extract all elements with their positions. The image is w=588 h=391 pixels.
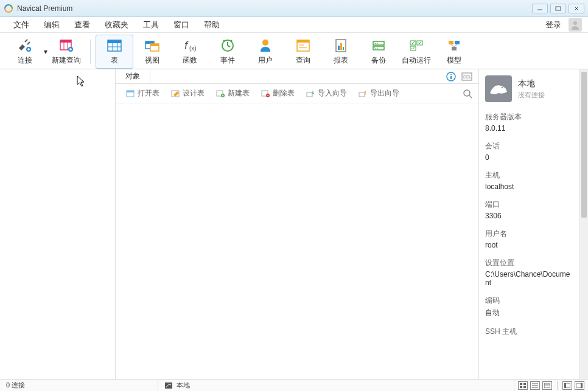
- new-table-icon: [215, 89, 225, 99]
- svg-line-65: [469, 95, 472, 98]
- autorun-icon: [408, 37, 425, 54]
- svg-rect-78: [564, 383, 566, 388]
- info-encoding: 编码自动: [485, 296, 573, 318]
- table-button[interactable]: 表: [96, 35, 133, 69]
- title-bar: Navicat Premium: [0, 0, 588, 17]
- export-wizard-label: 导出向导: [370, 88, 399, 99]
- query-label: 查询: [296, 55, 310, 66]
- toolbar-separator: [90, 40, 91, 64]
- export-wizard-button[interactable]: 导出向导: [354, 86, 403, 100]
- scrollbar[interactable]: [579, 69, 588, 379]
- tab-strip: 对象 DDL: [116, 69, 478, 84]
- open-table-label: 打开表: [138, 88, 159, 99]
- svg-rect-43: [410, 46, 416, 50]
- content-area: 对象 DDL 打开表 设计表 新建表 删除表: [0, 69, 588, 379]
- svg-point-64: [464, 90, 470, 96]
- event-label: 事件: [220, 55, 235, 66]
- list-view-icon[interactable]: [530, 381, 540, 390]
- backup-icon: [370, 37, 387, 54]
- import-icon: [306, 89, 315, 99]
- info-port: 端口3306: [485, 199, 573, 220]
- user-avatar-icon[interactable]: [569, 18, 582, 32]
- menu-tools[interactable]: 工具: [136, 17, 166, 33]
- info-sessions: 会话0: [485, 141, 573, 162]
- ddl-icon[interactable]: DDL: [461, 71, 472, 82]
- table-label: 表: [111, 55, 118, 66]
- svg-rect-69: [523, 383, 526, 385]
- info-panel: 本地 没有连接 服务器版本8.0.11 会话0 主机localhost 端口33…: [479, 69, 579, 379]
- window-title: Navicat Premium: [17, 4, 532, 13]
- import-wizard-button[interactable]: 导入向导: [302, 86, 351, 100]
- open-table-button[interactable]: 打开表: [122, 86, 163, 100]
- query-button[interactable]: 查询: [284, 35, 322, 69]
- open-table-icon: [125, 89, 135, 99]
- svg-point-30: [262, 40, 268, 46]
- import-wizard-label: 导入向导: [318, 88, 347, 99]
- svg-rect-63: [359, 92, 365, 97]
- login-button[interactable]: 登录: [541, 17, 566, 33]
- main-toolbar: 连接 ▾ 新建查询 表 视图 f(x) 函数 事件: [0, 33, 588, 69]
- clock-icon: [219, 37, 236, 54]
- status-view-icons: [514, 381, 588, 390]
- menu-help[interactable]: 帮助: [197, 17, 227, 33]
- connect-button[interactable]: 连接: [6, 35, 44, 69]
- svg-rect-38: [343, 47, 344, 50]
- design-table-label: 设计表: [183, 88, 205, 99]
- svg-point-28: [223, 40, 225, 42]
- backup-button[interactable]: 备份: [360, 35, 397, 69]
- model-icon: [446, 37, 463, 54]
- event-button[interactable]: 事件: [209, 35, 247, 69]
- menu-window[interactable]: 窗口: [166, 17, 197, 33]
- status-bar: 0 连接 本地: [0, 379, 588, 391]
- info-ssh-host: SSH 主机: [485, 327, 573, 337]
- report-label: 报表: [334, 55, 348, 66]
- svg-rect-44: [449, 41, 453, 44]
- tab-objects[interactable]: 对象: [116, 69, 150, 84]
- export-icon: [358, 89, 368, 99]
- close-button[interactable]: [569, 4, 584, 13]
- menu-favorites[interactable]: 收藏夹: [97, 17, 136, 33]
- panel-right-icon[interactable]: [575, 381, 584, 390]
- autorun-button[interactable]: 自动运行: [397, 35, 435, 69]
- svg-rect-70: [520, 386, 522, 388]
- svg-line-7: [27, 42, 30, 44]
- user-button[interactable]: 用户: [247, 35, 284, 69]
- object-list[interactable]: [116, 103, 478, 379]
- maximize-button[interactable]: [550, 4, 566, 13]
- view-button[interactable]: 视图: [133, 35, 171, 69]
- plug-icon: [16, 37, 33, 54]
- new-table-button[interactable]: 新建表: [212, 86, 253, 100]
- svg-rect-55: [127, 91, 134, 92]
- new-query-button[interactable]: 新建查询: [47, 35, 85, 69]
- connections-tree[interactable]: [0, 69, 116, 379]
- backup-label: 备份: [371, 55, 386, 66]
- minimize-button[interactable]: [532, 4, 548, 13]
- svg-rect-36: [338, 46, 340, 50]
- panel-left-icon[interactable]: [562, 381, 572, 390]
- info-settings-location: 设置位置C:\Users\Chance\Document: [485, 258, 573, 287]
- menu-edit[interactable]: 编辑: [37, 17, 67, 33]
- menu-view[interactable]: 查看: [67, 17, 97, 33]
- delete-table-button[interactable]: 删除表: [257, 86, 298, 100]
- status-current-connection: 本地: [158, 379, 514, 391]
- svg-line-27: [228, 46, 230, 47]
- user-label: 用户: [258, 55, 273, 66]
- info-server-version: 服务器版本8.0.11: [485, 112, 573, 133]
- status-connections: 0 连接: [0, 379, 158, 391]
- svg-rect-67: [165, 382, 172, 389]
- detail-view-icon[interactable]: [542, 381, 552, 390]
- grid-view-icon[interactable]: [518, 381, 528, 390]
- view-icon: [144, 37, 161, 54]
- object-actions: 打开表 设计表 新建表 删除表 导入向导 导出向导: [116, 84, 478, 103]
- design-table-button[interactable]: 设计表: [167, 86, 208, 100]
- report-button[interactable]: 报表: [322, 35, 360, 69]
- function-button[interactable]: f(x) 函数: [171, 35, 209, 69]
- menu-file[interactable]: 文件: [6, 17, 37, 33]
- menu-bar: 文件 编辑 查看 收藏夹 工具 窗口 帮助 登录: [0, 17, 588, 33]
- scrollbar-thumb[interactable]: [581, 72, 587, 218]
- search-icon[interactable]: [463, 89, 472, 99]
- model-button[interactable]: 模型: [435, 35, 473, 69]
- svg-text:DDL: DDL: [463, 75, 472, 79]
- function-icon: f(x): [181, 37, 198, 54]
- info-icon[interactable]: [446, 71, 457, 82]
